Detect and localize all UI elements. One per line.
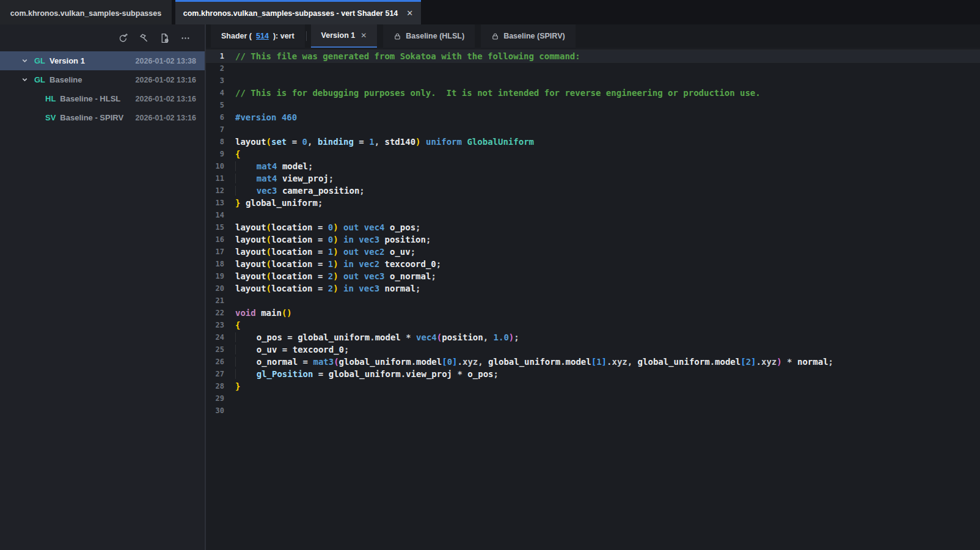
line-number: 26 [206,356,235,368]
code-line[interactable]: 21 [206,295,980,307]
code-text [235,405,980,417]
close-icon[interactable]: ✕ [406,9,413,18]
code-line[interactable]: 17layout(location = 1) out vec2 o_uv; [206,246,980,258]
code-line[interactable]: 6#version 460 [206,111,980,123]
code-line[interactable]: 27 gl_Position = global_uniform.view_pro… [206,368,980,380]
tab-separator [306,31,307,41]
code-area: 1// This file was generated from Sokatoa… [206,48,980,550]
code-line[interactable]: 11 mat4 view_proj; [206,172,980,185]
chevron-down-icon[interactable] [21,57,34,65]
tab-baseline-hlsl[interactable]: Baseline (HLSL) [383,24,475,48]
line-number: 19 [206,270,235,282]
line-number: 9 [206,148,235,160]
line-number: 20 [206,282,235,295]
code-line[interactable]: 4// This is for debugging purposes only.… [206,87,980,99]
code-line[interactable]: 16layout(location = 0) in vec3 position; [206,233,980,246]
code-text: // This is for debugging purposes only. … [235,87,980,99]
line-number: 3 [206,75,235,87]
code-line[interactable]: 29 [206,392,980,405]
version-tree: GLVersion 12026-01-02 13:38GLBaseline202… [0,51,205,127]
code-line[interactable]: 24 o_pos = global_uniform.model * vec4(p… [206,331,980,343]
refresh-add-icon[interactable] [117,32,129,44]
tab-baseline-spirv[interactable]: Baseline (SPIRV) [481,24,576,48]
line-number: 21 [206,295,235,307]
code-text: layout(location = 2) out vec3 o_normal; [235,270,980,282]
code-text [235,99,980,111]
code-line[interactable]: 12 vec3 camera_position; [206,185,980,197]
code-text [235,62,980,75]
line-number: 28 [206,380,235,392]
tree-item-badge: SV [45,113,56,122]
code-text: layout(location = 0) in vec3 position; [235,233,980,246]
code-line[interactable]: 26 o_normal = mat3(global_uniform.model[… [206,356,980,368]
line-number: 8 [206,136,235,148]
window-tab-label: com.khronos.vulkan_samples-subpasses - v… [183,9,398,18]
code-line[interactable]: 19layout(location = 2) out vec3 o_normal… [206,270,980,282]
code-text: o_uv = texcoord_0; [235,343,980,356]
tree-item-badge: HL [45,94,56,103]
sidebar-toolbar [0,24,205,51]
build-icon[interactable] [137,32,150,44]
code-text [235,295,980,307]
tab-label: Baseline (HLSL) [406,32,464,40]
code-line[interactable]: 13} global_uniform; [206,197,980,209]
file-settings-icon[interactable] [158,32,170,44]
code-text [235,392,980,405]
tree-item-baseline-hlsl[interactable]: HLBaseline - HLSL2026-01-02 13:16 [0,89,205,108]
code-line[interactable]: 18layout(location = 1) in vec2 texcoord_… [206,258,980,270]
line-number: 15 [206,221,235,233]
tab-label: Baseline (SPIRV) [503,32,565,40]
line-number: 25 [206,343,235,356]
code-line[interactable]: 25 o_uv = texcoord_0; [206,343,980,356]
close-icon[interactable]: ✕ [360,31,367,40]
code-line[interactable]: 5 [206,99,980,111]
line-number: 18 [206,258,235,270]
code-text: layout(location = 2) in vec3 normal; [235,282,980,295]
code-line[interactable]: 9{ [206,148,980,160]
code-line[interactable]: 7 [206,123,980,136]
code-text: } global_uniform; [235,197,980,209]
code-line[interactable]: 2 [206,62,980,75]
code-text: layout(location = 1) in vec2 texcoord_0; [235,258,980,270]
code-text [235,123,980,136]
chevron-down-icon[interactable] [21,76,34,84]
code-text [235,209,980,221]
line-number: 10 [206,160,235,172]
shader-tab-prefix: Shader ( [221,32,252,40]
code-line[interactable]: 3 [206,75,980,87]
code-line[interactable]: 22void main() [206,307,980,319]
lock-icon [393,32,401,40]
code-line[interactable]: 15layout(location = 0) out vec4 o_pos; [206,221,980,233]
code-line[interactable]: 30 [206,405,980,417]
line-number: 2 [206,62,235,75]
window-tab-label: com.khronos.vulkan_samples-subpasses [10,9,161,18]
code-line[interactable]: 8layout(set = 0, binding = 1, std140) un… [206,136,980,148]
shader-editor: Shader (514): vert Version 1 ✕ Baseline … [206,24,980,550]
tree-item-version-1[interactable]: GLVersion 12026-01-02 13:38 [0,51,205,70]
tree-item-label: Version 1 [49,56,85,65]
code-text: o_normal = mat3(global_uniform.model[0].… [235,356,980,368]
code-text [235,75,980,87]
code-line[interactable]: 20layout(location = 2) in vec3 normal; [206,282,980,295]
code-text: // This file was generated from Sokatoa … [235,50,980,62]
tree-item-baseline-spirv[interactable]: SVBaseline - SPIRV2026-01-02 13:16 [0,108,205,127]
code-text: mat4 view_proj; [235,172,980,185]
code-text: gl_Position = global_uniform.view_proj *… [235,368,980,380]
more-icon[interactable] [179,32,191,44]
code-line[interactable]: 23{ [206,319,980,331]
tab-label: Version 1 [321,31,356,40]
tab-shader-vert[interactable]: Shader (514): vert [211,24,305,48]
code-text: o_pos = global_uniform.model * vec4(posi… [235,331,980,343]
version-sidebar: GLVersion 12026-01-02 13:38GLBaseline202… [0,24,206,550]
shader-id-link[interactable]: 514 [256,32,269,40]
code-line[interactable]: 28} [206,380,980,392]
tab-version-1[interactable]: Version 1 ✕ [311,24,378,48]
window-tab-subpasses[interactable]: com.khronos.vulkan_samples-subpasses [0,0,172,24]
code-line[interactable]: 14 [206,209,980,221]
window-tab-vert-shader[interactable]: com.khronos.vulkan_samples-subpasses - v… [175,0,421,24]
line-number: 1 [206,50,235,62]
tree-item-baseline[interactable]: GLBaseline2026-01-02 13:16 [0,70,205,89]
code-line[interactable]: 10 mat4 model; [206,160,980,172]
line-number: 5 [206,99,235,111]
code-line[interactable]: 1// This file was generated from Sokatoa… [206,50,980,62]
